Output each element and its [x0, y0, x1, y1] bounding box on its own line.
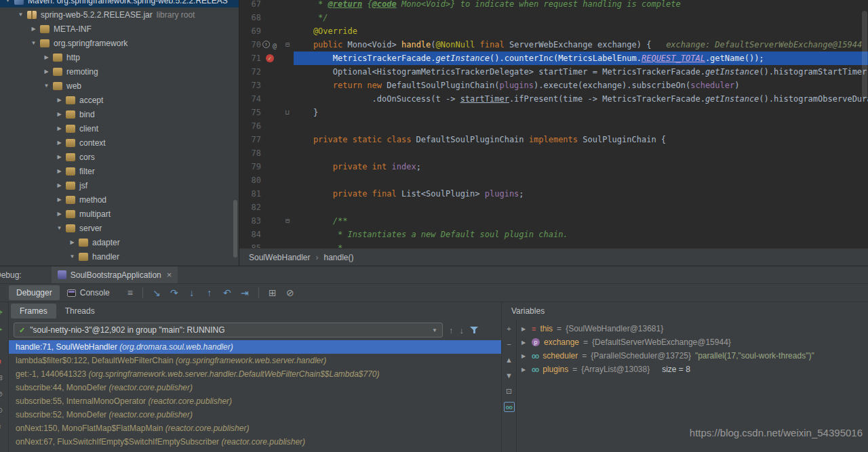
duplicate-watch-icon[interactable]: ⊡	[504, 386, 515, 396]
tree-item[interactable]: ▶filter	[0, 164, 239, 178]
gutter[interactable]: 73	[239, 79, 294, 92]
breadcrumb-method[interactable]: handle()	[324, 253, 354, 262]
collapse-arrow-icon[interactable]: ▼	[42, 83, 51, 89]
tree-item[interactable]: ▶META-INF	[0, 22, 239, 36]
expand-arrow-icon[interactable]: ▶	[55, 125, 64, 131]
code-line[interactable]: 74 .doOnSuccess(t -> startTimer.ifPresen…	[239, 92, 868, 106]
prev-frame-icon[interactable]: ↑	[449, 325, 454, 335]
code-line[interactable]: 70↑@⊟ public Mono<Void> handle(@NonNull …	[239, 38, 868, 52]
close-icon[interactable]: ×	[167, 270, 172, 280]
drop-frame-icon[interactable]: ↶	[218, 287, 236, 298]
collapse-arrow-icon[interactable]: ▼	[29, 40, 38, 46]
pin-icon[interactable]: ≡	[0, 422, 8, 431]
collapse-arrow-icon[interactable]: ▼	[55, 225, 64, 231]
stack-frame-row[interactable]: lambda$filter$0:122, DefaultWebFilterCha…	[9, 354, 501, 367]
code-line[interactable]: 85 *	[239, 241, 868, 248]
gutter[interactable]: 75⊔	[239, 106, 294, 119]
tab-debugger[interactable]: Debugger	[9, 285, 60, 300]
project-tree-scrollbar[interactable]	[233, 200, 237, 258]
remove-watch-icon[interactable]: −	[504, 340, 515, 350]
code-line[interactable]: 69 @Override	[239, 24, 868, 38]
view-breakpoints-icon[interactable]: ⊞	[264, 287, 281, 298]
fold-marker-icon[interactable]: ⊟	[281, 38, 294, 52]
tree-item[interactable]: ▼server	[0, 221, 239, 235]
tree-item[interactable]: ▼web	[0, 79, 239, 93]
show-watches-icon[interactable]: oo	[504, 402, 515, 412]
expand-arrow-icon[interactable]: ▶	[55, 154, 64, 160]
code-line[interactable]: 77 private static class DefaultSoulPlugi…	[239, 133, 868, 146]
expand-arrow-icon[interactable]: ▶	[55, 182, 64, 188]
variable-row[interactable]: ▶≡this={SoulWebHandler@13681}	[517, 322, 868, 335]
gutter[interactable]: 80	[239, 173, 294, 187]
tab-console[interactable]: Console	[60, 285, 117, 300]
mute-breakpoints-icon[interactable]: ⊘	[281, 287, 299, 298]
expand-arrow-icon[interactable]: ▶	[521, 340, 528, 346]
expand-arrow-icon[interactable]: ▶	[55, 211, 64, 217]
fold-marker-icon[interactable]: ⊟	[281, 214, 294, 228]
resume-icon[interactable]: ▶	[0, 324, 8, 333]
gutter[interactable]: 82	[239, 201, 294, 214]
editor-scrollbar-thumb[interactable]	[862, 11, 867, 99]
tree-item[interactable]: ▶client	[0, 121, 239, 136]
gutter[interactable]: 78	[239, 146, 294, 160]
gutter[interactable]: 69	[239, 24, 294, 38]
gutter[interactable]: 77	[239, 133, 294, 146]
tree-item[interactable]: ▶method	[0, 192, 239, 207]
overrides-method-icon[interactable]: ↑	[262, 41, 270, 48]
gutter[interactable]: 79	[239, 160, 294, 173]
gutter[interactable]: 74	[239, 92, 294, 106]
code-line[interactable]: 76	[239, 119, 868, 133]
collapse-arrow-icon[interactable]: ▼	[3, 0, 12, 3]
stack-frame-row[interactable]: handle:71, SoulWebHandler (org.dromara.s…	[9, 340, 501, 354]
view-breakpoints-icon[interactable]: ⊞	[0, 373, 8, 382]
gutter[interactable]: 72	[239, 65, 294, 79]
show-execution-point-icon[interactable]: ↘	[148, 287, 165, 298]
expand-arrow-icon[interactable]: ▶	[68, 239, 77, 245]
variable-row[interactable]: ▶ooplugins={ArrayList@13038}size = 8	[517, 363, 868, 376]
gutter[interactable]: 68	[239, 11, 294, 24]
code-line[interactable]: 82	[239, 201, 868, 214]
settings-icon[interactable]: ⊙	[0, 405, 8, 415]
rerun-icon[interactable]: ⟳	[0, 308, 8, 317]
tree-item[interactable]: ▶remoting	[0, 64, 239, 79]
tree-item[interactable]: ▶jsf	[0, 178, 239, 192]
gutter[interactable]: 76	[239, 119, 294, 133]
stack-frame-row[interactable]: onNext:67, FluxSwitchIfEmpty$SwitchIfEmp…	[9, 435, 501, 449]
tree-item[interactable]: ▶http	[0, 50, 239, 64]
stack-frame-row[interactable]: subscribe:55, InternalMonoOperator (reac…	[9, 394, 501, 408]
tree-item[interactable]: ▼Maven: org.springframework:spring-web:5…	[0, 0, 239, 7]
expand-arrow-icon[interactable]: ▶	[42, 54, 51, 60]
breakpoint-verified-icon[interactable]: ✓	[266, 54, 274, 62]
expand-arrow-icon[interactable]: ▶	[55, 197, 64, 203]
add-watch-icon[interactable]: +	[504, 324, 515, 334]
tree-item[interactable]: ▶context	[0, 136, 239, 150]
tab-threads[interactable]: Threads	[56, 304, 104, 319]
run-to-cursor-icon[interactable]: ⇥	[236, 287, 254, 298]
code-line[interactable]: 84 * Instantiates a new Default soul plu…	[239, 228, 868, 241]
gutter[interactable]: 71✓	[239, 52, 294, 65]
gutter[interactable]: 85	[239, 241, 294, 248]
expand-arrow-icon[interactable]: ▶	[55, 168, 64, 174]
next-frame-icon[interactable]: ↓	[460, 325, 465, 335]
code-line[interactable]: 71✓ MetricsTrackerFacade.getInstance().c…	[239, 52, 868, 65]
hide-library-frames-icon[interactable]	[470, 326, 479, 334]
expand-arrow-icon[interactable]: ▶	[521, 326, 528, 332]
pause-icon[interactable]: ∥	[0, 340, 8, 350]
tree-item[interactable]: ▼org.springframework	[0, 36, 239, 50]
expand-arrow-icon[interactable]: ▶	[55, 97, 64, 103]
mute-breakpoints-icon[interactable]: ⊘	[0, 389, 8, 398]
gutter[interactable]: 83⊟	[239, 214, 294, 228]
code-line[interactable]: 79 private int index;	[239, 160, 868, 173]
editor-scrollbar[interactable]	[861, 0, 868, 248]
gutter[interactable]: 81	[239, 187, 294, 201]
step-out-icon[interactable]: ↑	[201, 287, 218, 298]
expand-arrow-icon[interactable]: ▶	[29, 26, 38, 32]
debug-session-tab[interactable]: SoulBootstrapApplication ×	[52, 266, 178, 283]
code-line[interactable]: 68 */	[239, 11, 868, 24]
collapse-arrow-icon[interactable]: ▼	[68, 253, 77, 260]
gutter[interactable]: 67	[239, 0, 294, 11]
tree-item[interactable]: ▶adapter	[0, 235, 239, 249]
code-line[interactable]: 73 return new DefaultSoulPluginChain(plu…	[239, 79, 868, 92]
code-line[interactable]: 72 Optional<HistogramMetricsTrackerDeleg…	[239, 65, 868, 79]
breadcrumb-class[interactable]: SoulWebHandler	[249, 253, 311, 262]
